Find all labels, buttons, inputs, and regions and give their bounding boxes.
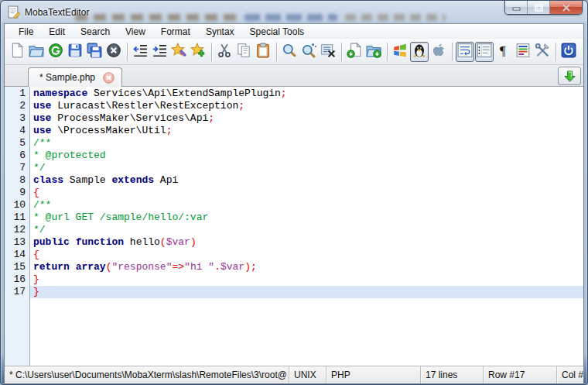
menu-edit[interactable]: Edit <box>41 25 73 39</box>
bookmark-edit-icon <box>171 43 186 61</box>
toolbar-separator <box>127 43 128 61</box>
code-line: use ProcessMaker\Services\Api; <box>30 112 583 125</box>
copy-button[interactable] <box>234 42 253 62</box>
import-file-button[interactable] <box>345 42 364 62</box>
code-line: */ <box>30 224 583 236</box>
refresh-button[interactable] <box>46 42 65 62</box>
open-file-icon <box>29 43 44 61</box>
cut-button[interactable] <box>215 42 234 62</box>
menu-format[interactable]: Format <box>153 25 198 39</box>
line-number: 9 <box>5 187 26 199</box>
new-file-button[interactable] <box>8 42 26 62</box>
mobatexteditor-window: MobaTextEditor FileEditSearchViewFormatS… <box>0 0 588 385</box>
line-number: 10 <box>5 199 26 211</box>
line-number: 13 <box>5 236 26 249</box>
window-content: FileEditSearchViewFormatSyntaxSpecial To… <box>4 23 584 384</box>
code-line: */ <box>30 162 583 174</box>
indent-increase-button[interactable] <box>150 42 169 62</box>
line-number: 12 <box>5 224 26 236</box>
status-cursor-row: Row #17 <box>484 366 557 383</box>
line-number: 4 <box>5 125 26 137</box>
find-next-icon <box>301 43 316 61</box>
code-line: public function hello($var) <box>30 236 583 249</box>
tab-close-icon[interactable] <box>103 72 115 84</box>
minimize-button[interactable] <box>505 1 528 14</box>
tab-list-button[interactable] <box>558 67 581 85</box>
word-wrap-button[interactable] <box>456 42 474 62</box>
code-line: { <box>30 249 583 261</box>
code-line: return array("response"=>"hi ".$var); <box>30 261 583 273</box>
line-number: 3 <box>5 112 26 125</box>
toolbar-separator <box>556 43 556 61</box>
menu-search[interactable]: Search <box>73 25 118 39</box>
line-number: 8 <box>5 174 26 187</box>
menu-special-tools[interactable]: Special Tools <box>242 25 313 39</box>
app-icon <box>7 5 20 19</box>
line-numbers-icon <box>477 43 492 61</box>
indent-decrease-icon <box>132 43 148 61</box>
menu-file[interactable]: File <box>11 25 41 39</box>
status-line-ending: UNIX <box>289 366 326 383</box>
window-title: MobaTextEditor <box>25 7 89 18</box>
refresh-icon <box>48 43 63 61</box>
paragraph-marks-icon: ¶ <box>496 43 511 61</box>
code-line: * @url GET /sample/hello/:var <box>30 211 583 224</box>
unix-format-button[interactable] <box>410 42 429 62</box>
bookmark-edit-button[interactable] <box>169 42 188 62</box>
windows-format-icon <box>392 43 408 61</box>
close-button[interactable] <box>550 1 582 14</box>
windows-format-button[interactable] <box>391 42 409 62</box>
paste-button[interactable] <box>254 42 272 62</box>
preferences-icon <box>535 43 550 61</box>
line-number: 15 <box>5 261 26 273</box>
status-syntax-mode: PHP <box>326 366 421 383</box>
line-number: 16 <box>5 273 26 286</box>
code-line: /** <box>30 199 583 211</box>
line-numbers-button[interactable] <box>475 42 494 62</box>
titlebar[interactable]: MobaTextEditor <box>1 1 587 23</box>
tab-sample-php[interactable]: * Sample.php <box>28 67 122 87</box>
line-number: 6 <box>5 150 26 162</box>
line-number: 2 <box>5 100 26 112</box>
mac-format-button[interactable] <box>429 42 448 62</box>
code-line: * @protected <box>30 150 583 162</box>
bookmark-add-button[interactable] <box>189 42 207 62</box>
indent-increase-icon <box>152 43 167 61</box>
export-file-button[interactable] <box>364 42 383 62</box>
toolbar: ¶ <box>5 39 583 65</box>
replace-button[interactable] <box>319 42 337 62</box>
background-window-blur <box>345 14 446 21</box>
save-all-button[interactable] <box>85 42 104 62</box>
close-document-button[interactable] <box>104 42 123 62</box>
new-file-icon <box>9 43 25 61</box>
tabbar: * Sample.php <box>5 65 583 87</box>
indent-decrease-button[interactable] <box>131 42 149 62</box>
code-line: { <box>30 187 583 199</box>
menu-syntax[interactable]: Syntax <box>198 25 242 39</box>
paragraph-marks-button[interactable]: ¶ <box>494 42 513 62</box>
exit-icon <box>561 43 576 61</box>
code-line: use \ProcessMaker\Util; <box>30 125 583 137</box>
code-line: use Luracast\Restler\RestException; <box>30 100 583 112</box>
background-window-blur <box>244 14 337 21</box>
line-number: 11 <box>5 211 26 224</box>
line-number-gutter: 1234567891011121314151617 <box>5 87 30 366</box>
unix-format-icon <box>412 43 427 61</box>
find-next-button[interactable] <box>299 42 318 62</box>
toolbar-separator <box>387 43 388 61</box>
save-all-icon <box>87 43 102 61</box>
toolbar-separator <box>341 43 342 61</box>
replace-icon <box>320 43 336 61</box>
find-button[interactable] <box>280 42 299 62</box>
bookmark-add-icon <box>190 43 206 61</box>
menu-view[interactable]: View <box>118 25 153 39</box>
exit-button[interactable] <box>559 42 578 62</box>
save-icon <box>67 43 83 61</box>
maximize-button[interactable] <box>528 1 550 14</box>
open-file-button[interactable] <box>27 42 46 62</box>
preferences-button[interactable] <box>533 42 552 62</box>
code-editor[interactable]: 1234567891011121314151617 namespace Serv… <box>5 87 583 366</box>
code-area[interactable]: namespace Services\Api\ExtendSamplePlugi… <box>30 87 583 366</box>
save-button[interactable] <box>66 42 84 62</box>
syntax-colors-button[interactable] <box>514 42 532 62</box>
